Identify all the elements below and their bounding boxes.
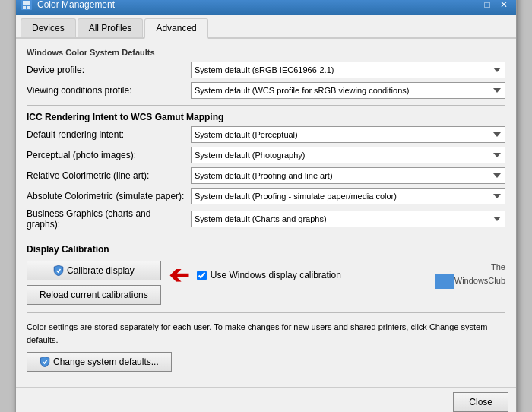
- use-windows-calibration-checkbox[interactable]: [197, 271, 207, 280]
- bottom-btn-row: Change system defaults...: [27, 352, 505, 372]
- absolute-label: Absolute Colorimetric (simulate paper):: [27, 191, 186, 201]
- shield-icon: [53, 265, 64, 276]
- default-rendering-label: Default rendering intent:: [27, 129, 186, 140]
- default-rendering-select[interactable]: System default (Perceptual): [191, 126, 505, 143]
- business-select[interactable]: System default (Charts and graphs): [191, 211, 505, 227]
- maximize-button[interactable]: □: [480, 0, 495, 11]
- absolute-row: Absolute Colorimetric (simulate paper): …: [27, 188, 505, 204]
- red-arrow-icon: ➔: [169, 261, 189, 290]
- viewing-conditions-label: Viewing conditions profile:: [27, 85, 186, 96]
- device-profile-label: Device profile:: [27, 65, 186, 75]
- viewing-conditions-row: Viewing conditions profile: System defau…: [27, 82, 505, 99]
- perceptual-label: Perceptual (photo images):: [27, 150, 186, 160]
- calibrate-display-button[interactable]: Calibrate display: [27, 261, 161, 280]
- window-icon: [21, 0, 33, 11]
- perceptual-select[interactable]: System default (Photography): [191, 147, 505, 163]
- section2-title: ICC Rendering Intent to WCS Gamut Mappin…: [27, 112, 505, 122]
- svg-rect-1: [23, 1, 30, 5]
- reload-calibrations-button[interactable]: Reload current calibrations: [27, 285, 161, 305]
- relative-select[interactable]: System default (Proofing and line art): [191, 167, 505, 184]
- svg-rect-3: [27, 6, 30, 9]
- calibration-section: Display Calibration Calibrate display: [27, 244, 505, 305]
- absolute-select[interactable]: System default (Proofing - simulate pape…: [191, 188, 505, 204]
- calibration-title: Display Calibration: [27, 244, 505, 255]
- use-windows-calibration-label: Use Windows display calibration: [211, 270, 341, 280]
- default-rendering-row: Default rendering intent: System default…: [27, 126, 505, 143]
- tab-all-profiles[interactable]: All Profiles: [78, 18, 144, 37]
- window-title: Color Management: [37, 0, 115, 10]
- title-bar: Color Management – □ ✕: [16, 0, 516, 15]
- close-button[interactable]: Close: [453, 392, 508, 412]
- tab-devices[interactable]: Devices: [21, 18, 76, 37]
- business-label: Business Graphics (charts and graphs):: [27, 208, 186, 230]
- perceptual-row: Perceptual (photo images): System defaul…: [27, 147, 505, 163]
- close-window-button[interactable]: ✕: [496, 0, 511, 11]
- viewing-conditions-select[interactable]: System default (WCS profile for sRGB vie…: [191, 82, 505, 99]
- calibration-inner: Calibrate display Reload current calibra…: [27, 261, 505, 305]
- change-system-defaults-button[interactable]: Change system defaults...: [27, 352, 172, 372]
- arrow-area: ➔ Use Windows display calibration The Wi…: [169, 261, 505, 290]
- watermark-line2: WindowsClub: [454, 276, 505, 285]
- relative-label: Relative Colorimetric (line art):: [27, 170, 186, 181]
- minimize-button[interactable]: –: [463, 0, 478, 11]
- use-windows-calibration-row: Use Windows display calibration: [197, 270, 422, 280]
- tabs-bar: Devices All Profiles Advanced: [16, 15, 516, 39]
- business-row: Business Graphics (charts and graphs): S…: [27, 208, 505, 230]
- watermark-line1: The: [491, 262, 505, 271]
- change-defaults-btn-label: Change system defaults...: [53, 357, 159, 367]
- calibrate-btn-label: Calibrate display: [67, 265, 135, 276]
- section1-title: Windows Color System Defaults: [27, 48, 505, 57]
- svg-rect-2: [23, 6, 26, 9]
- shield-icon-defaults: [40, 357, 50, 367]
- device-profile-row: Device profile: System default (sRGB IEC…: [27, 62, 505, 78]
- reload-btn-label: Reload current calibrations: [40, 290, 148, 300]
- device-profile-select[interactable]: System default (sRGB IEC61966-2.1): [191, 62, 505, 78]
- tab-advanced[interactable]: Advanced: [144, 18, 207, 39]
- tab-content: Windows Color System Defaults Device pro…: [16, 39, 516, 381]
- dialog-footer: Close: [16, 387, 516, 412]
- color-management-window: Color Management – □ ✕ Devices All Profi…: [15, 0, 517, 412]
- bottom-description: Color settings are stored separately for…: [27, 321, 505, 346]
- watermark-box: [435, 274, 454, 289]
- watermark: The WindowsClub: [429, 261, 505, 288]
- relative-row: Relative Colorimetric (line art): System…: [27, 167, 505, 184]
